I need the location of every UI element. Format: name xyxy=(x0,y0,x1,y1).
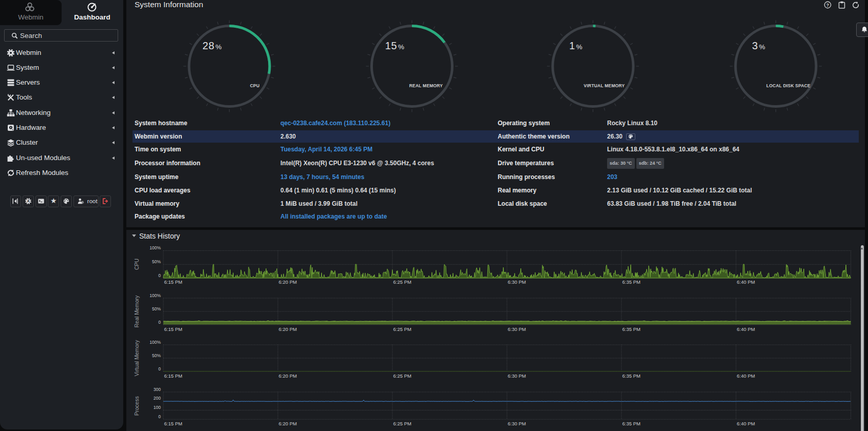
svg-text:A: A xyxy=(27,200,30,203)
svg-text:?: ? xyxy=(826,3,829,8)
